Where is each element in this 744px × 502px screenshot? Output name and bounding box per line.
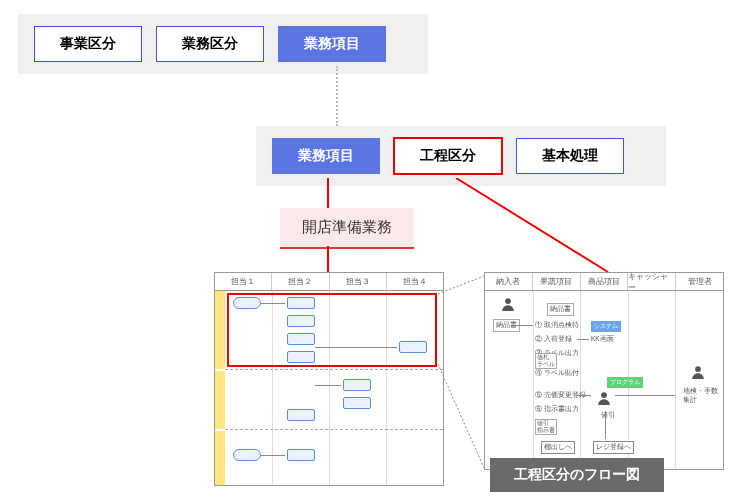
flow-arrow <box>515 325 533 326</box>
flow-arrow <box>315 385 341 386</box>
lane-header: 担当１ <box>215 273 272 290</box>
lane-header: 納入者 <box>485 273 533 290</box>
lane-divider <box>533 291 534 469</box>
tab-operation-item[interactable]: 業務項目 <box>278 26 386 62</box>
step-label: ⑥ 指示書出力 <box>535 405 579 414</box>
flow-arrow <box>615 395 675 396</box>
highlight-frame <box>227 293 437 367</box>
flow-box <box>287 449 315 461</box>
lane-header: 担当２ <box>272 273 329 290</box>
tag-program: プログラム <box>607 377 643 388</box>
connector-item-to-task <box>327 178 329 208</box>
tab-process-division[interactable]: 工程区分 <box>394 138 502 174</box>
flow-arrow <box>261 455 285 456</box>
phase-strip <box>215 291 225 369</box>
svg-point-4 <box>601 392 607 398</box>
connector-process-to-flow <box>452 178 632 274</box>
flow-arrow <box>577 395 591 396</box>
flow-box <box>343 379 371 391</box>
lane-header: 管理者 <box>676 273 723 290</box>
svg-line-1 <box>438 276 484 294</box>
label-screen: KK画面 <box>591 335 614 344</box>
connector-task-to-panel <box>327 246 329 272</box>
tab-operation-division[interactable]: 業務区分 <box>156 26 264 62</box>
flow-box <box>287 409 315 421</box>
lane-divider <box>580 291 581 469</box>
caption-bar: 工程区分のフロー図 <box>490 458 664 492</box>
svg-point-3 <box>505 298 511 304</box>
tab-basic-process[interactable]: 基本処理 <box>516 138 624 174</box>
phase-strip <box>215 431 225 485</box>
tag-system: システム <box>591 321 621 332</box>
terminal-box: 棚出しへ <box>541 441 575 454</box>
tab-operation-item-mid[interactable]: 業務項目 <box>272 138 380 174</box>
label-discount: 値引 <box>601 411 615 420</box>
lane-header: 担当３ <box>330 273 387 290</box>
flow-arrow <box>577 339 589 340</box>
person-icon <box>501 297 515 315</box>
lane-header: 担当４ <box>387 273 443 290</box>
step-label: ④ ラベル貼付 <box>535 369 579 378</box>
lane-divider <box>675 291 676 469</box>
step-label: ② 入荷登録 <box>535 335 572 344</box>
tab-row-mid: 業務項目 工程区分 基本処理 <box>256 126 666 186</box>
phase-strip <box>215 371 225 429</box>
flow-box <box>233 449 261 461</box>
swimlane-panel-left: 担当１ 担当２ 担当３ 担当４ <box>214 272 444 486</box>
lane-header: キャッシャー <box>628 273 676 290</box>
label-fee: 地検・手数集計 <box>683 387 723 405</box>
doc-box: 納品書 <box>547 303 574 316</box>
swimlane-header-left: 担当１ 担当２ 担当３ 担当４ <box>215 273 443 291</box>
flow-header-right: 納入者 果蔬項目 商品項目 キャッシャー 管理者 <box>485 273 723 291</box>
tab-row-top: 事業区分 業務区分 業務項目 <box>18 14 428 74</box>
dotted-connector <box>336 66 338 126</box>
terminal-box: レジ登録へ <box>593 441 634 454</box>
svg-line-2 <box>438 364 484 468</box>
lane-header: 商品項目 <box>581 273 629 290</box>
flow-arrow <box>605 411 606 439</box>
person-icon <box>597 391 611 409</box>
person-icon <box>691 365 705 383</box>
doc-box: 値札 ラベル <box>535 353 557 369</box>
svg-line-0 <box>456 178 608 272</box>
flow-box <box>343 397 371 409</box>
lane-header: 果蔬項目 <box>533 273 581 290</box>
doc-box: 値引 指示書 <box>535 419 557 435</box>
step-label: ① 取消点検待 <box>535 321 579 330</box>
flow-panel-right: 納入者 果蔬項目 商品項目 キャッシャー 管理者 納品書 納品書 ① 取消点検待… <box>484 272 724 470</box>
phase-divider <box>225 429 443 430</box>
phase-divider <box>225 369 443 370</box>
svg-point-5 <box>695 366 701 372</box>
task-label: 開店準備業務 <box>280 208 414 249</box>
tab-business-division[interactable]: 事業区分 <box>34 26 142 62</box>
